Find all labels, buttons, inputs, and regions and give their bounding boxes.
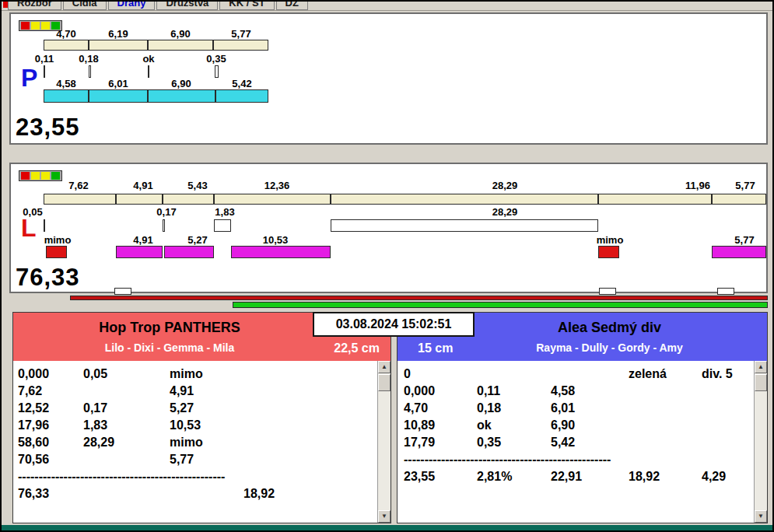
table-cell: 70,56 (18, 453, 49, 467)
light-yellow-1 (31, 172, 40, 180)
changeover-mark (89, 65, 91, 78)
team-name: Alea Sedmý div (460, 320, 759, 336)
loss-box (44, 219, 45, 232)
table-cell: ----------------------------------------… (404, 453, 611, 467)
fault-label: mimo (597, 234, 624, 246)
table-row: ----------------------------------------… (398, 453, 753, 470)
table-cell: ----------------------------------------… (18, 470, 225, 484)
dog-time-label: 5,42 (232, 78, 251, 89)
table-cell: 0,000 (18, 367, 49, 381)
light-green (51, 172, 60, 180)
tab-rozbor[interactable]: Rozbor (8, 0, 61, 10)
table-cell: 1,83 (83, 418, 107, 432)
split-label: 5,77 (735, 180, 755, 191)
tab-label: Čidla (72, 0, 97, 9)
timestamp-box: 03.08.2024 15:02:51 (313, 312, 475, 337)
split-bar (331, 194, 598, 205)
tab--idla[interactable]: Čidla (63, 0, 107, 10)
table-cell: 18,92 (243, 487, 275, 501)
table-cell: 6,90 (551, 418, 575, 432)
scroll-down-button[interactable]: ▼ (378, 510, 391, 523)
split-bar (712, 194, 766, 205)
scroll-down-icon: ▼ (758, 513, 764, 520)
table-row: 0,0000,05mimo (13, 367, 376, 384)
table-cell: 17,79 (404, 436, 435, 450)
tab-label: Rozbor (17, 0, 52, 9)
tab-dz[interactable]: DZ (276, 0, 308, 10)
changeover-mark (148, 65, 149, 78)
split-bars-row (11, 194, 766, 205)
dog-time-labels-row: mimo4,915,2710,53mimo5,77 (11, 234, 766, 245)
tab-dr-hy[interactable]: Dráhy (108, 0, 156, 10)
lane-panel-p: 4,706,196,905,77 0,110,18ok0,35 P 4,586,… (9, 12, 768, 145)
table-row: 76,3318,92 (13, 487, 376, 504)
table-row: 17,961,8310,53 (13, 418, 376, 436)
team-members: Lilo - Dixi - Gemma - Mila (18, 341, 321, 354)
split-labels-row: 4,706,196,905,77 (11, 28, 766, 39)
timeline-green-row (2, 302, 774, 308)
dog-time-bar (148, 89, 215, 103)
scroll-up-icon: ▲ (758, 363, 764, 370)
split-bar (116, 194, 163, 205)
jump-height: 15 cm (418, 341, 453, 355)
table-row: 70,565,77 (13, 453, 376, 470)
table-cell: 0 (404, 367, 411, 381)
split-label: 4,70 (56, 28, 75, 40)
scroll-up-button[interactable]: ▲ (378, 361, 391, 373)
split-label: 6,90 (170, 28, 190, 40)
scroll-down-button[interactable]: ▼ (755, 510, 767, 523)
split-bars-row (11, 40, 766, 51)
fault-bar (46, 246, 67, 258)
loss-box (331, 219, 598, 232)
dog-time-label: 6,90 (171, 78, 191, 89)
scrollbar-thumb[interactable] (378, 374, 391, 391)
changeover-label: 0,11 (35, 53, 54, 65)
dog-time-bar (89, 89, 148, 103)
timeline-red-row (2, 296, 774, 300)
dog-time-label: 5,77 (734, 234, 754, 246)
changeover-label: 0,35 (206, 53, 226, 65)
table-row: 0,0000,114,58 (398, 384, 753, 401)
table-cell: 7,62 (18, 384, 42, 398)
tab-label: KK / ST (229, 0, 264, 9)
table-cell: 6,01 (551, 401, 575, 415)
tab-label: DZ (285, 0, 299, 9)
table-cell: 4,29 (702, 470, 726, 484)
scrollbar-thumb[interactable] (755, 374, 767, 391)
scrollbar[interactable]: ▲ ▼ (377, 361, 391, 523)
scrollbar[interactable]: ▲ ▼ (754, 361, 767, 523)
table-cell: 4,70 (404, 401, 428, 415)
loss-boxes-row (11, 219, 766, 232)
dog-time-bar (712, 246, 766, 258)
scroll-up-button[interactable]: ▲ (755, 361, 767, 373)
lane-p-total-time: 23,55 (16, 114, 80, 142)
table-cell: 2,81% (477, 470, 512, 484)
table-cell: 10,89 (404, 418, 435, 432)
split-label: 28,29 (492, 180, 518, 191)
split-bar (163, 194, 214, 205)
table-row: 17,790,355,42 (398, 436, 753, 453)
split-label: 11,96 (685, 180, 710, 191)
table-cell: 17,96 (18, 418, 49, 432)
lane-panel-l: 7,624,915,4312,3628,2911,965,77 0,050,17… (9, 163, 768, 293)
table-cell: zelená (629, 367, 667, 381)
split-bar (44, 40, 89, 51)
loss-label: 1,83 (215, 206, 234, 218)
table-row: 0zelenádiv. 5 (398, 367, 753, 384)
table-cell: 5,77 (170, 453, 194, 467)
table-cell: 76,33 (18, 487, 49, 501)
tab-dru-stva[interactable]: Družstva (156, 0, 218, 10)
tab-kk-st[interactable]: KK / ST (219, 0, 274, 10)
timeline-handle (599, 288, 616, 295)
table-cell: 0,17 (83, 401, 107, 415)
scroll-up-icon: ▲ (381, 363, 387, 370)
table-cell: 0,11 (477, 384, 500, 398)
timeline-handles-row (2, 288, 774, 295)
tab-bar: RozborČidlaDráhyDružstvaKK / STDZ (8, 0, 308, 10)
table-cell: 4,58 (551, 384, 575, 398)
team-panel-left: Hop Trop PANTHERS Lilo - Dixi - Gemma - … (12, 312, 391, 523)
team-members: Rayma - Dully - Gordy - Amy (460, 341, 759, 354)
fault-bar (598, 246, 619, 258)
tab-label: Dráhy (117, 0, 146, 9)
changeover-labels-row: 0,110,18ok0,35 (11, 53, 766, 64)
